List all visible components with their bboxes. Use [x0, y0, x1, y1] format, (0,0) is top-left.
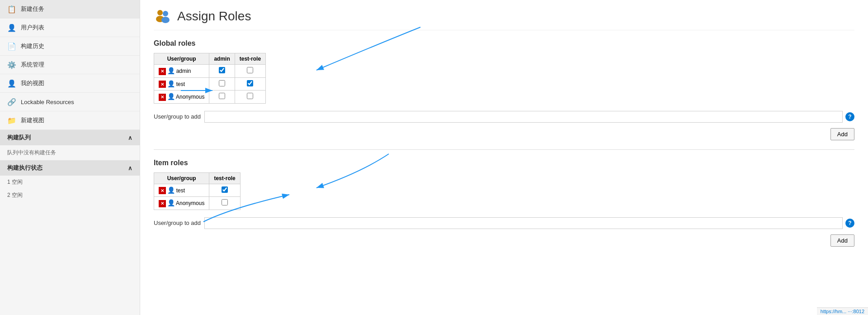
item-delete-anonymous-button[interactable]: ✕ — [159, 200, 166, 207]
table-row: ✕ 👤 test — [154, 184, 241, 197]
col-user-group: User/group — [154, 53, 209, 65]
item-roles-section: Item roles User/group test-role ✕ 👤 test — [154, 159, 854, 247]
executor-1: 1 空闲 — [0, 176, 140, 189]
user-icon-anonymous: 👤 — [167, 93, 175, 100]
user-test-label: test — [176, 81, 185, 87]
page-title: Assign Roles — [177, 9, 251, 24]
table-row: ✕ 👤 Anonymous — [154, 91, 266, 104]
build-executor-section[interactable]: 构建执行状态 ∧ — [0, 160, 140, 176]
item-help-icon[interactable]: ? — [845, 219, 854, 228]
sidebar-item-new-task[interactable]: 📋 新建任务 — [0, 0, 140, 19]
svg-point-0 — [157, 10, 163, 15]
item-delete-test-button[interactable]: ✕ — [159, 187, 166, 194]
svg-point-3 — [161, 17, 170, 23]
user-icon-test: 👤 — [167, 80, 175, 87]
item-roles-title: Item roles — [154, 159, 854, 167]
sidebar-item-build-history[interactable]: 📄 构建历史 — [0, 37, 140, 56]
sidebar-item-user-list[interactable]: 👤 用户列表 — [0, 19, 140, 37]
item-user-test-label: test — [176, 187, 185, 194]
col-test-role: test-role — [235, 53, 265, 65]
my-view-icon: 👤 — [7, 79, 16, 88]
global-add-button[interactable]: Add — [830, 128, 854, 140]
global-add-user-row: User/group to add ? — [154, 111, 854, 123]
item-col-user-group: User/group — [154, 172, 209, 184]
item-col-test-role: test-role — [209, 172, 240, 184]
sidebar-item-my-view[interactable]: 👤 我的视图 — [0, 74, 140, 93]
item-add-user-input[interactable] — [204, 217, 843, 229]
table-row: ✕ 👤 admin — [154, 65, 266, 78]
sidebar: 📋 新建任务 👤 用户列表 📄 构建历史 ⚙️ 系统管理 👤 我的视图 🔗 Lo… — [0, 0, 140, 315]
test-test-role-checkbox[interactable] — [247, 80, 253, 86]
lockable-resources-icon: 🔗 — [7, 97, 16, 106]
sidebar-item-lockable-resources[interactable]: 🔗 Lockable Resources — [0, 93, 140, 111]
global-add-user-input[interactable] — [204, 111, 843, 123]
assign-roles-icon — [154, 7, 172, 25]
sys-admin-icon: ⚙️ — [7, 60, 16, 69]
chevron-up-icon: ∧ — [128, 134, 132, 141]
global-add-btn-row: Add — [154, 128, 854, 140]
user-admin-label: admin — [176, 68, 191, 74]
test-admin-checkbox[interactable] — [219, 80, 225, 86]
sidebar-item-sys-admin[interactable]: ⚙️ 系统管理 — [0, 56, 140, 74]
global-roles-title: Global roles — [154, 39, 854, 48]
table-row: ✕ 👤 Anonymous — [154, 197, 241, 210]
admin-admin-checkbox[interactable] — [219, 67, 225, 73]
item-add-user-row: User/group to add ? — [154, 217, 854, 229]
new-task-icon: 📋 — [7, 5, 16, 14]
chevron-up-icon-2: ∧ — [128, 165, 132, 172]
item-test-test-role-checkbox[interactable] — [222, 186, 228, 193]
svg-point-2 — [163, 11, 168, 16]
delete-test-button[interactable]: ✕ — [159, 81, 166, 88]
build-queue-section[interactable]: 构建队列 ∧ — [0, 130, 140, 145]
col-admin: admin — [209, 53, 235, 65]
global-add-user-label: User/group to add — [154, 113, 201, 120]
global-roles-table: User/group admin test-role ✕ 👤 admin — [154, 53, 266, 104]
user-icon-admin: 👤 — [167, 67, 175, 74]
page-title-row: Assign Roles — [154, 7, 854, 30]
item-user-icon-test: 👤 — [167, 186, 175, 194]
anonymous-admin-checkbox[interactable] — [219, 93, 225, 99]
executor-2: 2 空闲 — [0, 189, 140, 202]
item-user-anonymous-label: Anonymous — [176, 200, 204, 206]
anonymous-test-role-checkbox[interactable] — [247, 93, 253, 99]
global-help-icon[interactable]: ? — [845, 112, 854, 121]
admin-test-role-checkbox[interactable] — [247, 67, 253, 73]
delete-admin-button[interactable]: ✕ — [159, 68, 166, 75]
item-anonymous-test-role-checkbox[interactable] — [222, 199, 228, 205]
delete-anonymous-button[interactable]: ✕ — [159, 94, 166, 101]
build-queue-empty: 队列中没有构建任务 — [0, 145, 140, 160]
user-anonymous-label: Anonymous — [176, 94, 204, 100]
item-add-btn-row: Add — [154, 234, 854, 247]
table-row: ✕ 👤 test — [154, 77, 266, 91]
main-content: Assign Roles Global roles User/group adm… — [140, 0, 868, 263]
item-add-button[interactable]: Add — [830, 234, 854, 247]
build-history-icon: 📄 — [7, 42, 16, 51]
statusbar: https://hm... ···:8012 — [817, 307, 868, 315]
item-roles-table: User/group test-role ✕ 👤 test — [154, 172, 241, 210]
section-divider — [154, 149, 854, 150]
sidebar-item-new-view[interactable]: 📁 新建视图 — [0, 111, 140, 130]
new-view-icon: 📁 — [7, 116, 16, 125]
item-add-user-label: User/group to add — [154, 220, 201, 226]
user-list-icon: 👤 — [7, 23, 16, 32]
global-roles-section: Global roles User/group admin test-role … — [154, 39, 854, 140]
item-user-icon-anonymous: 👤 — [167, 199, 175, 206]
